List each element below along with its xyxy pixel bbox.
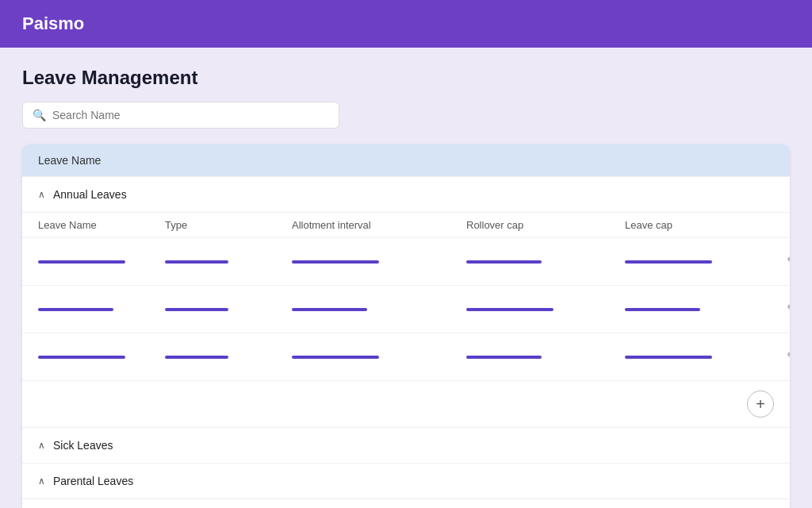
table-header-label: Leave Name	[38, 154, 101, 167]
col-leave-name: Leave Name	[38, 219, 165, 231]
table-row: ✎ 🗑	[22, 237, 790, 285]
cell-bar-cap-1	[625, 260, 712, 264]
table-row: ✎ 🗑	[22, 333, 790, 380]
group-row-annual[interactable]: ∧ Annual Leaves	[22, 176, 790, 212]
group-name-sick: Sick Leaves	[53, 439, 113, 452]
search-container: 🔍	[22, 102, 790, 129]
cell-bar-name-2	[38, 308, 113, 311]
row-actions-1: ✎ 🗑	[783, 251, 790, 272]
cell-bar-rollover-2	[466, 308, 553, 311]
cell-bar-type-3	[165, 356, 228, 359]
group-row-casual[interactable]: ∧ Casual Leave	[22, 498, 790, 508]
edit-button-3[interactable]: ✎	[783, 346, 790, 368]
cell-bar-rollover-1	[466, 260, 542, 264]
column-headers: Leave Name Type Allotment interval Rollo…	[22, 212, 790, 237]
page-title: Leave Management	[22, 67, 790, 89]
cell-bar-name-3	[38, 356, 125, 359]
col-leave-cap: Leave cap	[625, 219, 783, 231]
row-actions-3: ✎ 🗑	[783, 346, 790, 368]
chevron-up-icon-sick: ∧	[38, 440, 45, 451]
chevron-up-icon: ∧	[38, 189, 45, 200]
main-content: Leave Management 🔍 Leave Name ∧ Annual L…	[0, 48, 812, 508]
search-icon: 🔍	[33, 109, 46, 121]
col-rollover: Rollover cap	[466, 219, 625, 231]
row-actions-2: ✎ 🗑	[783, 298, 790, 320]
cell-bar-cap-2	[625, 308, 700, 311]
add-button[interactable]: +	[747, 391, 774, 418]
cell-bar-rollover-3	[466, 356, 542, 359]
col-allotment: Allotment interval	[292, 219, 466, 231]
table-row: ✎ 🗑	[22, 285, 790, 333]
group-name-annual: Annual Leaves	[53, 188, 127, 201]
edit-button-2[interactable]: ✎	[783, 298, 790, 320]
cell-bar-cap-3	[625, 356, 712, 359]
col-type: Type	[165, 219, 292, 231]
search-box: 🔍	[22, 102, 339, 129]
leave-table: Leave Name ∧ Annual Leaves Leave Name Ty…	[22, 144, 790, 508]
app-header: Paismo	[0, 0, 812, 48]
cell-bar-type-2	[165, 308, 228, 311]
group-name-parental: Parental Leaves	[53, 475, 133, 487]
cell-bar-allotment-1	[292, 260, 379, 264]
cell-bar-type-1	[165, 260, 228, 264]
brand-logo: Paismo	[22, 13, 84, 34]
group-row-sick[interactable]: ∧ Sick Leaves	[22, 427, 790, 463]
group-row-parental[interactable]: ∧ Parental Leaves	[22, 463, 790, 498]
chevron-up-icon-parental: ∧	[38, 475, 45, 487]
cell-bar-allotment-3	[292, 356, 379, 359]
cell-bar-name-1	[38, 260, 125, 264]
cell-bar-allotment-2	[292, 308, 367, 311]
table-header: Leave Name	[22, 144, 790, 176]
add-row: +	[22, 380, 790, 427]
search-input[interactable]	[52, 109, 329, 121]
edit-button-1[interactable]: ✎	[783, 251, 790, 272]
